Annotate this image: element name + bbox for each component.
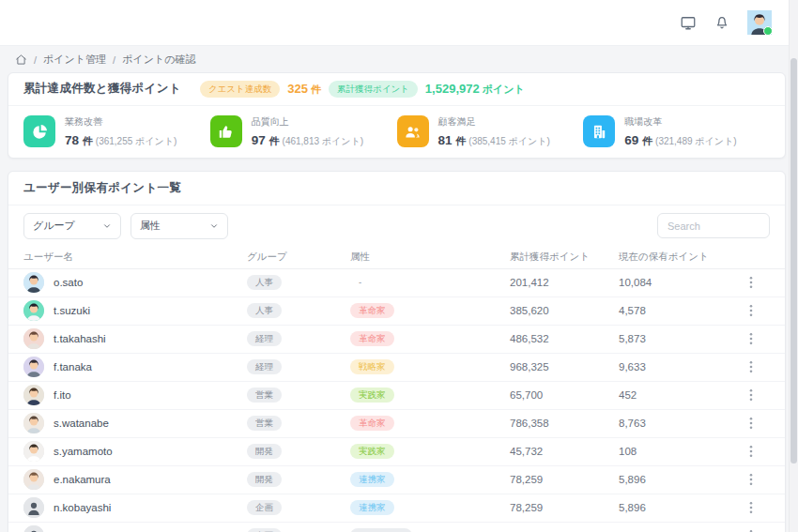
- group-badge: 人事: [247, 275, 282, 291]
- summary-title: 累計達成件数と獲得ポイント: [23, 81, 181, 97]
- user-cell: t.suzuki: [23, 300, 247, 321]
- display-icon[interactable]: [680, 14, 697, 31]
- online-status-dot: [763, 26, 773, 36]
- group-badge: 経理: [247, 331, 282, 347]
- row-menu-button[interactable]: [744, 528, 759, 532]
- table-row: f.tanaka 経理 戦略家 968,325 9,633: [8, 354, 785, 382]
- attribute-badge: 革命家: [350, 416, 394, 432]
- user-cell: o.sato: [23, 272, 247, 293]
- user-cell: f.tanaka: [23, 357, 247, 377]
- total-points-value: 45,732: [510, 446, 619, 457]
- summary-row: 累計達成件数と獲得ポイント クエスト達成数 325件 累計獲得ポイント 1,52…: [8, 73, 785, 106]
- current-points-value: 9,633: [619, 361, 731, 372]
- row-menu-button[interactable]: [744, 444, 759, 459]
- total-points-value: 968,325: [510, 361, 619, 372]
- stat-card: 業務改善 78 件(361,255 ポイント): [23, 115, 210, 148]
- breadcrumb-item-points-admin[interactable]: ポイント管理: [43, 53, 106, 67]
- row-menu-button[interactable]: [744, 388, 759, 403]
- chevron-down-icon: [209, 221, 219, 231]
- user-cell: s.watanabe: [23, 413, 247, 433]
- summary-card: 累計達成件数と獲得ポイント クエスト達成数 325件 累計獲得ポイント 1,52…: [8, 72, 786, 159]
- total-points-value: 78,259: [510, 474, 619, 485]
- total-points-value: 78,259: [510, 502, 619, 513]
- attribute-badge: 戦略家: [350, 359, 394, 375]
- stat-icon: [23, 115, 55, 147]
- kebab-icon: [745, 388, 757, 402]
- pie-chart-icon: [31, 123, 49, 141]
- current-points-value: 8,763: [619, 418, 731, 429]
- row-menu-button[interactable]: [744, 500, 759, 515]
- stat-label: 品質向上: [252, 115, 363, 129]
- group-badge: 経理: [247, 359, 282, 375]
- stat-icon: [397, 115, 429, 147]
- col-current-points: 現在の保有ポイント: [619, 251, 731, 264]
- total-points-value: 786,358: [510, 418, 619, 429]
- table-header-row: ユーザー名 グループ 属性 累計獲得ポイント 現在の保有ポイント: [8, 247, 785, 269]
- breadcrumb: / ポイント管理 / ポイントの確認: [0, 46, 798, 72]
- table-title: ユーザー別保有ポイント一覧: [8, 172, 785, 205]
- stat-label: 顧客満足: [438, 115, 550, 129]
- user-name: s.yamamoto: [54, 446, 113, 457]
- avatar: [23, 300, 44, 321]
- stat-icon: [210, 115, 242, 147]
- group-badge: 企画: [247, 528, 282, 532]
- attribute-filter-select[interactable]: 属性: [130, 213, 228, 239]
- breadcrumb-separator: /: [113, 54, 115, 66]
- breadcrumb-item-points-check[interactable]: ポイントの確認: [122, 53, 195, 67]
- filter-row: グループ 属性: [8, 205, 785, 247]
- people-icon: [404, 123, 422, 141]
- chevron-down-icon: [102, 221, 112, 231]
- kebab-icon: [745, 417, 757, 430]
- quest-count-value: 325件: [287, 82, 321, 97]
- user-name: o.sato: [54, 277, 83, 288]
- total-points-badge: 累計獲得ポイント: [329, 81, 418, 98]
- home-icon[interactable]: [15, 53, 27, 66]
- row-menu-button[interactable]: [744, 331, 759, 346]
- user-cell: s.yamamoto: [23, 441, 247, 462]
- kebab-icon: [745, 473, 757, 486]
- avatar: [23, 357, 44, 377]
- stat-card: 品質向上 97 件(461,813 ポイント): [210, 115, 397, 148]
- col-group: グループ: [247, 251, 350, 264]
- table-row: t.suzuki 人事 革命家 385,620 4,578: [8, 297, 785, 326]
- current-points-value: 10,084: [619, 277, 731, 288]
- avatar: [23, 328, 44, 349]
- avatar: [23, 385, 44, 405]
- current-points-value: 452: [619, 389, 731, 401]
- table-row: s.watanabe 営業 革命家 786,358 8,763: [8, 410, 785, 438]
- kebab-icon: [745, 501, 757, 514]
- kebab-icon: [745, 360, 757, 373]
- col-attribute: 属性: [350, 251, 510, 264]
- row-menu-button[interactable]: [744, 275, 759, 290]
- stat-label: 業務改善: [65, 115, 176, 129]
- user-points-card: ユーザー別保有ポイント一覧 グループ 属性 ユーザー名 グループ 属性 累計獲得…: [8, 171, 786, 532]
- table-row: e.nakamura 開発 連携家 78,259 5,896: [8, 466, 785, 494]
- group-badge: 営業: [247, 416, 282, 432]
- row-menu-button[interactable]: [744, 472, 759, 487]
- table-row: n.kobayashi 企画 連携家 78,259 5,896: [8, 494, 785, 523]
- search-input[interactable]: [657, 213, 770, 238]
- scrollbar-thumb[interactable]: [790, 58, 797, 464]
- stat-card: 職場改革 69 件(321,489 ポイント): [583, 115, 770, 148]
- row-menu-button[interactable]: [744, 303, 759, 318]
- group-filter-select[interactable]: グループ: [23, 213, 121, 239]
- user-avatar[interactable]: [747, 10, 772, 35]
- stat-points: (385,415 ポイント): [468, 136, 550, 146]
- attribute-badge: 革命家: [350, 303, 394, 319]
- current-points-value: 5,896: [619, 474, 731, 485]
- avatar: [23, 272, 44, 293]
- attribute-badge: 実践家: [350, 444, 394, 460]
- quest-count-badge: クエスト達成数: [200, 81, 280, 98]
- user-cell: f.ito: [23, 385, 247, 405]
- row-menu-button[interactable]: [744, 359, 759, 374]
- stat-card: 顧客満足 81 件(385,415 ポイント): [397, 115, 584, 148]
- group-badge: 営業: [247, 388, 282, 403]
- stat-icon: [583, 115, 615, 147]
- avatar: [23, 525, 44, 532]
- group-badge: 開発: [247, 472, 282, 488]
- row-menu-button[interactable]: [744, 416, 759, 431]
- bell-icon[interactable]: [714, 14, 730, 31]
- avatar: [23, 469, 44, 490]
- stat-value: 78 件(361,255 ポイント): [65, 133, 176, 147]
- kebab-icon: [745, 445, 757, 458]
